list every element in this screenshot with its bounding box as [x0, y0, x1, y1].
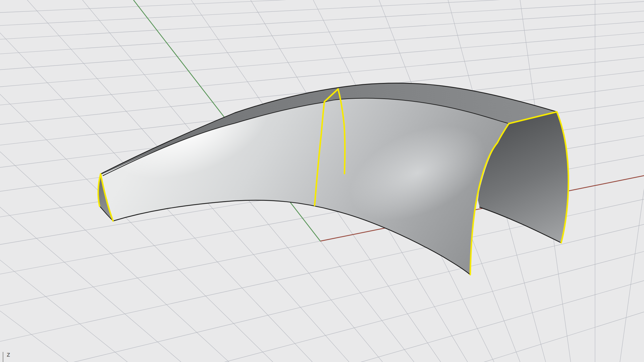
cad-viewport-stage[interactable]: z	[0, 0, 644, 362]
z-axis-label: z	[7, 351, 10, 358]
perspective-viewport[interactable]: z	[0, 0, 644, 362]
